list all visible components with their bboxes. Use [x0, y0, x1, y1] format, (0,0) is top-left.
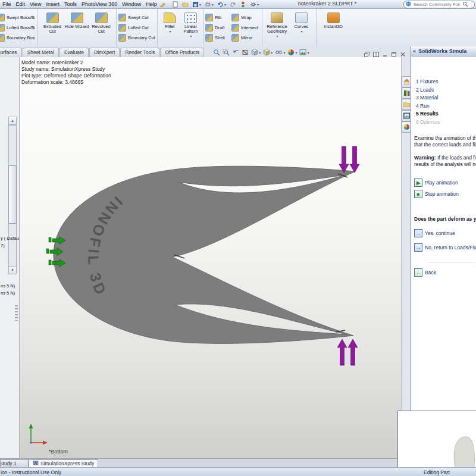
tab-office-products[interactable]: Office Products — [160, 48, 204, 57]
lofted-cut-button[interactable]: Lofted Cut — [118, 23, 155, 33]
community-icon — [406, 1, 411, 8]
step-results[interactable]: 5 Results — [411, 110, 476, 118]
print-icon[interactable]: ▾ — [205, 1, 214, 8]
redo-icon[interactable] — [230, 1, 236, 8]
appearances-scenes-icon[interactable] — [402, 121, 411, 133]
wizard-steps: 1 Fixtures 2 Loads 3 Material 4 Run 5 Re… — [411, 78, 476, 126]
tab-dimxpert[interactable]: DimXpert — [89, 48, 120, 57]
hide-show-items-icon[interactable]: ▾ — [275, 49, 285, 56]
shell-button[interactable]: Shell — [205, 33, 231, 43]
zoom-to-area-icon[interactable] — [223, 49, 230, 56]
lofted-boss-base-button[interactable]: Lofted Boss/Base — [0, 23, 35, 33]
extruded-cut-button[interactable]: Extruded Cut — [40, 10, 65, 45]
view-orientation-icon[interactable]: ▾ — [251, 49, 261, 56]
open-icon[interactable] — [182, 1, 189, 8]
community-search[interactable] — [403, 1, 475, 8]
feature-manager-strip: ▲ ▼ y (-Defaul 7) ns 5 N) ns 5 N) — [0, 57, 20, 458]
quick-access-toolbar: ▾ ▾ ▾ ▾ — [172, 1, 259, 8]
hole-wizard-icon — [71, 12, 83, 23]
graphics-viewport[interactable]: Model name: notenkraker 2 Study name: Si… — [19, 57, 401, 458]
lofted-boss-icon — [0, 24, 5, 32]
previous-view-icon[interactable] — [232, 49, 239, 56]
document-window-controls — [364, 49, 406, 58]
collapse-pane-icon[interactable]: « — [413, 48, 416, 54]
revolved-cut-button[interactable]: Revolved Cut — [89, 10, 114, 45]
title-bar: File Edit View Insert Tools PhotoView 36… — [0, 0, 476, 9]
swept-cut-button[interactable]: Swept Cut — [118, 12, 155, 23]
menu-window[interactable]: Window — [120, 1, 143, 7]
apply-scene-icon[interactable]: ▾ — [299, 49, 309, 56]
wrap-button[interactable]: Wrap — [231, 12, 260, 23]
fixture-symbols[interactable] — [46, 237, 65, 267]
pencil-icon[interactable] — [159, 1, 166, 8]
fillet-button[interactable]: Fillet▾ — [159, 10, 180, 45]
display-style-icon[interactable]: ▾ — [263, 49, 273, 56]
no-return-button[interactable]: →No, return to Loads/Fixtures — [414, 243, 476, 252]
close-icon[interactable] — [400, 49, 406, 58]
back-button[interactable]: ←Back — [414, 268, 476, 277]
save-icon[interactable]: ▾ — [192, 1, 201, 8]
step-material[interactable]: 3 Material — [411, 94, 476, 102]
menu-file[interactable]: File — [0, 1, 14, 7]
tab-sheet-metal[interactable]: Sheet Metal — [23, 48, 59, 57]
reference-geometry-button[interactable]: Reference Geometry▾ — [265, 10, 289, 45]
swept-cut-icon — [118, 14, 126, 21]
rib-button[interactable]: Rib — [205, 12, 231, 23]
draft-button[interactable]: Draft — [205, 23, 231, 33]
restore-icon[interactable] — [391, 49, 397, 58]
play-animation-button[interactable]: ▶Play animation — [414, 178, 476, 187]
file-explorer-icon[interactable] — [402, 99, 411, 110]
options-icon[interactable]: ▾ — [250, 1, 259, 8]
step-fixtures[interactable]: 1 Fixtures — [411, 78, 476, 86]
tab-simulationxpress-study[interactable]: SimulationXpress Study — [29, 459, 98, 468]
menu-view[interactable]: View — [27, 1, 43, 7]
minimize-icon[interactable] — [382, 49, 388, 58]
rebuild-icon[interactable] — [240, 1, 246, 8]
tab-evaluate[interactable]: Evaluate — [60, 48, 89, 57]
load-arrows-top[interactable] — [339, 146, 359, 173]
edit-appearance-icon[interactable]: ▾ — [287, 49, 297, 56]
scroll-up-icon[interactable]: ▲ — [8, 117, 17, 125]
new-document-icon[interactable] — [172, 1, 178, 8]
tab-surfaces[interactable]: Surfaces — [0, 48, 22, 57]
undo-icon[interactable]: ▾ — [217, 1, 226, 8]
view-palette-icon[interactable] — [402, 110, 411, 121]
menu-insert[interactable]: Insert — [43, 1, 62, 7]
no-arrow-icon: → — [414, 243, 422, 252]
yes-continue-button[interactable]: →Yes, continue — [414, 229, 476, 237]
zoom-to-fit-icon[interactable] — [213, 49, 220, 56]
menu-edit[interactable]: Edit — [14, 1, 28, 7]
boundary-cut-button[interactable]: Boundary Cut — [118, 33, 155, 43]
scroll-down-icon[interactable]: ▼ — [8, 266, 17, 274]
wrap-icon — [231, 14, 239, 21]
command-manager-tabs: Surfaces Sheet Metal Evaluate DimXpert R… — [0, 46, 411, 58]
search-input[interactable] — [412, 1, 461, 8]
curves-button[interactable]: Curves▾ — [289, 10, 314, 45]
solidworks-resources-icon[interactable] — [402, 76, 411, 87]
mirror-button[interactable]: Mirror — [231, 33, 260, 43]
menu-tools[interactable]: Tools — [62, 1, 79, 7]
step-run[interactable]: 4 Run — [411, 102, 476, 111]
stop-animation-button[interactable]: ■Stop animation — [414, 190, 476, 198]
tab-render-tools[interactable]: Render Tools — [120, 48, 159, 57]
tab-motion-study[interactable]: Motion Study 1 — [0, 459, 29, 468]
intersect-button[interactable]: Intersect — [231, 23, 260, 33]
menu-help[interactable]: Help — [143, 1, 159, 7]
design-library-icon[interactable] — [402, 87, 411, 99]
menu-photoview-360[interactable]: PhotoView 360 — [79, 1, 120, 7]
boundary-boss-base-button[interactable]: Boundary Boss/Base — [0, 33, 35, 43]
hole-wizard-button[interactable]: Hole Wizard — [65, 10, 89, 45]
animation-preview-window — [397, 411, 476, 468]
cascade-windows-icon[interactable] — [364, 49, 370, 58]
scrollbar-thumb[interactable] — [8, 165, 17, 224]
swept-boss-base-button[interactable]: Swept Boss/Base — [0, 12, 35, 23]
instant3d-button[interactable]: Instant3D — [321, 10, 346, 45]
tile-windows-icon[interactable] — [373, 49, 379, 58]
section-view-icon[interactable] — [242, 49, 249, 56]
load-arrows-bottom[interactable] — [337, 339, 358, 365]
panel-splitter-grip[interactable] — [15, 305, 18, 321]
curves-icon — [295, 12, 308, 23]
linear-pattern-button[interactable]: Linear Pattern▾ — [180, 10, 201, 45]
step-loads[interactable]: 2 Loads — [411, 86, 476, 95]
search-icon[interactable] — [462, 1, 468, 8]
